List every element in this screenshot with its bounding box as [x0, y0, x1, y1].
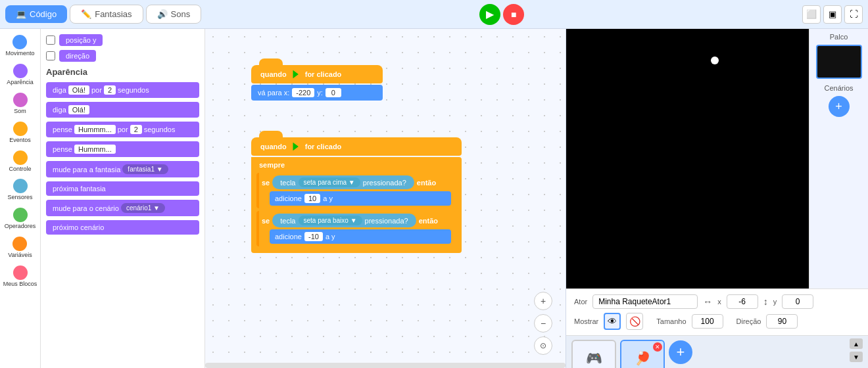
actor-name-input[interactable] — [592, 294, 698, 309]
x-value-input[interactable]: -220 — [292, 88, 314, 97]
green-flag-icon-1 — [291, 70, 301, 79]
eventos-dot — [13, 122, 28, 136]
block-diga[interactable]: diga Olá! — [46, 102, 199, 118]
sidebar-item-operadores[interactable]: Operadores — [3, 206, 38, 232]
x-coord-label: x — [717, 298, 721, 306]
forever-block[interactable]: sempre se tecla seta para cima ▼ pressio… — [251, 157, 462, 253]
eventos-label: Eventos — [9, 137, 31, 144]
sidebar-item-movimento[interactable]: Movimento — [3, 33, 36, 59]
tab-sons[interactable]: 🔊 Sons — [146, 5, 202, 24]
size-input[interactable] — [692, 314, 723, 329]
direcao-block[interactable]: direção — [59, 50, 96, 62]
sprite-thumb-1[interactable]: 🎮 — [571, 340, 616, 368]
show-button[interactable]: 👁 — [604, 313, 621, 330]
sidebar-item-aparencia[interactable]: Aparência — [5, 62, 36, 88]
sidebar-item-som[interactable]: Som — [11, 91, 30, 117]
x-arrow-icon: ↔ — [703, 296, 712, 307]
sidebar-item-meus-blocos[interactable]: Meus Blocos — [1, 264, 39, 290]
if-body-2[interactable]: adicione -10 a y — [270, 229, 451, 244]
palco-panel: Palco Cenários + — [809, 29, 868, 288]
aparencia-label: Aparência — [7, 80, 34, 86]
y-arrow-icon: ↕ — [763, 296, 768, 307]
som-dot — [13, 93, 28, 107]
sidebar-item-sensores[interactable]: Sensores — [5, 177, 34, 203]
hat-block-1[interactable]: quando for clicado — [251, 65, 383, 83]
code-area: quando for clicado vá para x: -220 y: 0 … — [205, 29, 566, 368]
palco-thumb[interactable] — [816, 45, 862, 79]
green-flag-button[interactable]: ▶ — [479, 4, 500, 25]
stage-sprite-dot — [711, 57, 719, 64]
controle-label: Controle — [9, 166, 31, 173]
zoom-in-button[interactable]: + — [534, 292, 552, 310]
x-coord-input[interactable] — [727, 294, 758, 309]
tab-fantasias[interactable]: ✏️ Fantasias — [70, 5, 143, 24]
sons-icon: 🔊 — [157, 9, 168, 19]
operadores-label: Operadores — [5, 223, 36, 230]
y-coord-label: y — [773, 298, 777, 306]
stack-1: quando for clicado vá para x: -220 y: 0 — [251, 65, 383, 101]
code-area-scrollbar[interactable] — [205, 363, 566, 368]
posicao-y-checkbox[interactable] — [46, 35, 55, 45]
palco-label: Palco — [830, 33, 848, 41]
y-value-input[interactable]: 0 — [326, 88, 341, 97]
tab-codigo-label: Código — [30, 9, 57, 19]
mostrar-label: Mostrar — [574, 317, 598, 325]
scroll-down-button[interactable]: ▼ — [850, 352, 863, 362]
zoom-reset-button[interactable]: ⊙ — [534, 336, 552, 355]
sidebar-item-eventos[interactable]: Eventos — [7, 120, 33, 146]
sprite-delete-button[interactable]: ✕ — [653, 342, 662, 352]
block-diga-por[interactable]: diga Olá! por 2 segundos — [46, 82, 199, 98]
direcao-checkbox[interactable] — [46, 51, 55, 60]
block-proxima-fantasia[interactable]: próxima fantasia — [46, 181, 199, 196]
posicao-y-block[interactable]: posição y — [59, 34, 103, 46]
sensores-label: Sensores — [7, 195, 32, 201]
tab-sons-label: Sons — [171, 9, 191, 19]
add-sprite-button[interactable]: + — [669, 340, 692, 364]
block-pense-por[interactable]: pense Hummm... por 2 segundos — [46, 122, 199, 137]
cenarios-label: Cenários — [824, 84, 853, 92]
blocks-panel: posição y direção Aparência diga Olá! po… — [41, 29, 205, 368]
checkbox-direcao[interactable]: direção — [46, 50, 199, 62]
meus-blocos-dot — [13, 265, 28, 280]
sidebar-item-variaveis[interactable]: Variáveis — [6, 235, 34, 261]
variaveis-label: Variáveis — [8, 252, 32, 259]
add-scene-button[interactable]: + — [829, 96, 850, 117]
direction-input[interactable] — [766, 314, 798, 329]
aparencia-dot — [13, 64, 28, 78]
scroll-up-button[interactable]: ▲ — [850, 338, 863, 349]
meus-blocos-label: Meus Blocos — [3, 281, 37, 288]
sensing-block-2[interactable]: tecla seta para baixo ▼ pressionada? — [272, 214, 416, 227]
zoom-controls: + − ⊙ — [534, 292, 552, 355]
if-block-1[interactable]: se tecla seta para cima ▼ pressionada? e… — [256, 173, 456, 208]
block-mude-fantasia[interactable]: mude para a fantasia fantasia1 ▼ — [46, 161, 199, 177]
section-title-aparencia: Aparência — [46, 67, 199, 77]
layout-large-stage-button[interactable]: ▣ — [823, 5, 842, 24]
checkbox-posicao-y[interactable]: posição y — [46, 34, 199, 46]
hat-block-2[interactable]: quando for clicado — [251, 137, 462, 156]
block-mude-cenario[interactable]: mude para o cenário cenário1 ▼ — [46, 200, 199, 216]
direcao-label: Direção — [736, 317, 761, 325]
fullscreen-button[interactable]: ⛶ — [844, 5, 863, 24]
som-label: Som — [14, 108, 26, 115]
green-flag-icon-2 — [291, 142, 301, 151]
codigo-icon: 💻 — [16, 9, 26, 19]
tamanho-label: Tamanho — [656, 317, 686, 325]
block-pense[interactable]: pense Hummm... — [46, 141, 199, 157]
hide-button[interactable]: 🚫 — [626, 313, 643, 330]
sensing-block-1[interactable]: tecla seta para cima ▼ pressionada? — [272, 175, 414, 189]
sidebar-item-controle[interactable]: Controle — [7, 149, 33, 175]
actor-info: Ator ↔ x ↕ y Mostrar 👁 🚫 Tamanho Direção — [566, 288, 868, 335]
if-body-1[interactable]: adicione 10 a y — [270, 191, 451, 206]
ator-label: Ator — [574, 298, 587, 306]
motion-block-goto[interactable]: vá para x: -220 y: 0 — [251, 85, 383, 101]
stop-button[interactable]: ■ — [503, 4, 524, 25]
sprites-bar: ▲ ▼ 🎮 🏓 ✕ + — [566, 335, 868, 368]
sprite-thumb-2[interactable]: 🏓 ✕ — [620, 340, 665, 368]
if-block-2[interactable]: se tecla seta para baixo ▼ pressionada? … — [256, 211, 456, 246]
y-coord-input[interactable] — [782, 294, 813, 309]
zoom-out-button[interactable]: − — [534, 314, 552, 333]
operadores-dot — [13, 208, 28, 222]
layout-small-stage-button[interactable]: ⬜ — [802, 5, 821, 24]
tab-codigo[interactable]: 💻 Código — [5, 5, 67, 23]
block-proximo-cenario[interactable]: próximo cenário — [46, 220, 199, 235]
